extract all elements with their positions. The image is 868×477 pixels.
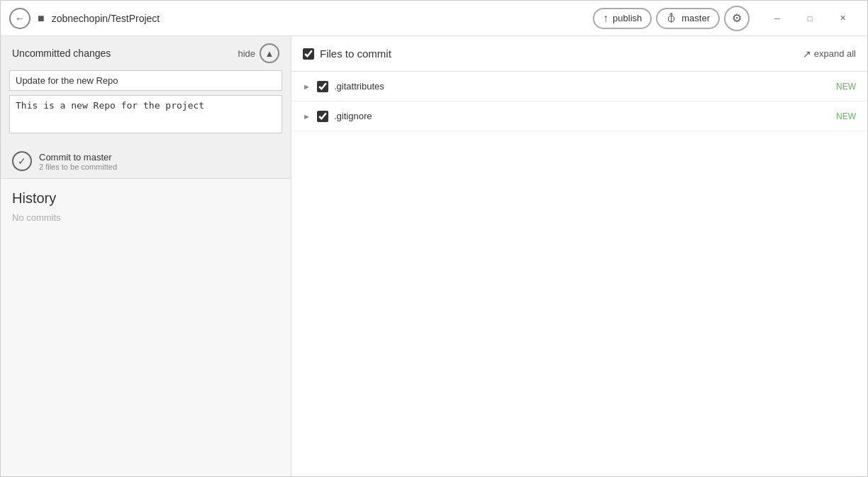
settings-button[interactable]: ⚙	[724, 6, 750, 31]
commit-circle-icon: ✓	[12, 151, 32, 171]
history-title: History	[12, 190, 279, 207]
expand-all-label: expand all	[814, 48, 856, 59]
right-panel: Files to commit ↗ expand all ► .gitattri…	[291, 36, 867, 477]
title-bar-right: ↑ publish ⦽ master ⚙ ─ □ ✕	[593, 6, 859, 31]
uncommitted-title: Uncommitted changes	[12, 48, 111, 59]
hide-link[interactable]: hide	[238, 48, 255, 59]
commit-text-wrap: Commit to master 2 files to be committed	[39, 152, 117, 171]
file-status-badge: NEW	[836, 111, 856, 121]
expand-all-button[interactable]: ↗ expand all	[803, 48, 856, 60]
commit-sub-label: 2 files to be committed	[39, 163, 117, 171]
master-label: master	[681, 13, 710, 23]
chevron-up-icon: ▲	[265, 48, 274, 59]
expand-all-icon: ↗	[803, 48, 811, 60]
commit-summary-input[interactable]	[9, 70, 282, 91]
repo-name: zobnechopin/TestProject	[52, 13, 160, 24]
files-title: Files to commit	[320, 48, 391, 60]
file-status-badge: NEW	[836, 82, 856, 92]
file-name: .gitignore	[334, 111, 836, 121]
master-button[interactable]: ⦽ master	[656, 8, 720, 29]
files-header: Files to commit ↗ expand all	[291, 36, 867, 72]
collapse-button[interactable]: ▲	[260, 43, 279, 63]
branch-icon: ⦽	[666, 12, 677, 25]
repo-icon: ■	[38, 12, 45, 25]
main-layout: Uncommitted changes hide ▲ This is a new…	[1, 36, 867, 477]
table-row[interactable]: ► .gitattributes NEW	[291, 72, 867, 102]
row-expand-arrow[interactable]: ►	[303, 112, 317, 121]
uncommitted-body: This is a new Repo for the project	[1, 70, 291, 144]
hide-btn-wrap: hide ▲	[238, 43, 279, 63]
file-list: ► .gitattributes NEW ► .gitignore NEW	[291, 72, 867, 477]
restore-button[interactable]: □	[794, 7, 826, 30]
files-title-wrap: Files to commit	[303, 48, 391, 60]
minimize-button[interactable]: ─	[761, 7, 794, 30]
file-name: .gitattributes	[334, 81, 836, 92]
file-checkbox-0[interactable]	[317, 81, 328, 92]
settings-icon: ⚙	[732, 11, 742, 25]
back-button[interactable]: ←	[9, 8, 30, 29]
commit-action[interactable]: ✓ Commit to master 2 files to be committ…	[1, 144, 291, 178]
no-commits-label: No commits	[12, 212, 279, 223]
commit-to-master-label: Commit to master	[39, 152, 117, 163]
close-button[interactable]: ✕	[826, 7, 859, 30]
publish-label: publish	[613, 13, 642, 23]
title-bar-left: ← ■ zobnechopin/TestProject	[9, 8, 160, 29]
row-expand-arrow[interactable]: ►	[303, 82, 317, 91]
uncommitted-header: Uncommitted changes hide ▲	[1, 36, 291, 70]
window-controls: ─ □ ✕	[761, 7, 859, 30]
commit-description-textarea[interactable]: This is a new Repo for the project	[9, 95, 282, 133]
files-all-checkbox[interactable]	[303, 48, 314, 60]
history-section: History No commits	[1, 179, 291, 477]
file-checkbox-1[interactable]	[317, 111, 328, 122]
uncommitted-section: Uncommitted changes hide ▲ This is a new…	[1, 36, 291, 179]
left-panel: Uncommitted changes hide ▲ This is a new…	[1, 36, 291, 477]
publish-button[interactable]: ↑ publish	[593, 8, 652, 29]
title-bar: ← ■ zobnechopin/TestProject ↑ publish ⦽ …	[1, 1, 867, 36]
publish-icon: ↑	[603, 12, 608, 25]
table-row[interactable]: ► .gitignore NEW	[291, 102, 867, 131]
